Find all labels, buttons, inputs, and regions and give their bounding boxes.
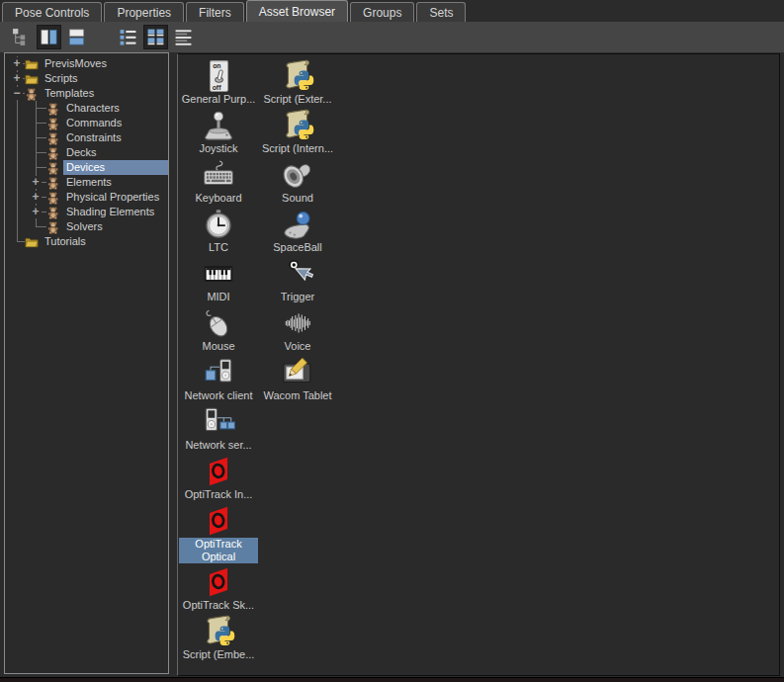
asset-item-wacom-tablet[interactable]: Wacom Tablet: [258, 354, 337, 403]
expander-expand-icon[interactable]: +: [30, 176, 42, 189]
tree-guide-line: [10, 175, 25, 190]
tree-item-scripts[interactable]: +Scripts: [5, 71, 168, 86]
spaceball-icon: [281, 208, 314, 241]
tree-item-decks[interactable]: Decks: [5, 145, 168, 160]
tab-properties[interactable]: Properties: [104, 2, 184, 22]
mouse-icon: [202, 306, 235, 340]
tree-item-prevismoves[interactable]: +PrevisMoves: [5, 56, 168, 71]
asset-item-label: Script (Embe...: [182, 648, 256, 661]
tree-item-label: Solvers: [63, 219, 106, 234]
switch-icon: onoff: [202, 59, 235, 93]
split-vertical-icon: [40, 28, 58, 46]
toolbar-button-split-vertical[interactable]: [37, 25, 61, 49]
tree-panel: +PrevisMoves+Scripts−TemplatesCharacters…: [4, 52, 169, 674]
asset-item-voice[interactable]: Voice: [258, 304, 337, 354]
sound-icon: [281, 158, 314, 192]
asset-item-label: SpaceBall: [272, 241, 323, 254]
tree-connector: [25, 219, 46, 234]
tree-connector: [25, 160, 46, 175]
tree-guide-line: [10, 205, 25, 219]
asset-item-sound[interactable]: Sound: [258, 156, 337, 206]
tree-guide-line: [10, 219, 25, 234]
python-script-icon: [281, 109, 314, 142]
folder-icon: [25, 235, 40, 249]
tree-connector: [25, 130, 46, 145]
toolbar-button-split-horizontal[interactable]: [64, 25, 89, 49]
tab-groups[interactable]: Groups: [350, 2, 414, 22]
panel-splitter[interactable]: [169, 52, 177, 674]
asset-item-joystick[interactable]: Joystick: [179, 107, 258, 156]
template-icon: [46, 191, 61, 205]
asset-item-label: OptiTrack Optical: [179, 538, 258, 563]
svg-text:off: off: [213, 84, 222, 91]
asset-item-keyboard[interactable]: Keyboard: [179, 156, 258, 206]
toolbar-button-large-icons-view[interactable]: [143, 25, 168, 49]
expander-expand-icon[interactable]: +: [30, 206, 42, 218]
tab-asset-browser[interactable]: Asset Browser: [246, 0, 348, 22]
tree-item-shading-elements[interactable]: +Shading Elements: [5, 205, 168, 219]
network-server-icon: [202, 405, 235, 439]
asset-item-ltc[interactable]: LTC: [179, 206, 258, 255]
expander-collapse-icon[interactable]: −: [11, 87, 23, 100]
asset-item-midi[interactable]: MIDI: [179, 255, 258, 304]
asset-item-optitrack-optical[interactable]: OptiTrack Optical: [179, 502, 258, 563]
asset-item-label: Mouse: [201, 340, 235, 353]
tree-item-devices[interactable]: Devices: [5, 160, 168, 175]
toolbar-button-tree-toggle[interactable]: [9, 25, 34, 49]
python-script-icon: [281, 59, 314, 93]
template-icon: [46, 206, 61, 219]
tab-sets[interactable]: Sets: [416, 2, 466, 22]
asset-item-label: Script (Intern...: [261, 142, 334, 155]
trigger-icon: [281, 257, 314, 291]
asset-item-label: Wacom Tablet: [262, 389, 332, 402]
asset-item-label: LTC: [208, 241, 229, 254]
tree-connector: [25, 101, 46, 116]
tab-filters[interactable]: Filters: [186, 2, 244, 22]
template-icon: [46, 161, 61, 175]
expander-expand-icon[interactable]: +: [11, 72, 23, 85]
tree-connector: [25, 145, 46, 160]
asset-item-label: General Purp...: [181, 93, 257, 106]
optitrack-icon: [202, 455, 235, 488]
template-icon: [46, 131, 61, 145]
asset-item-general-purp[interactable]: onoffGeneral Purp...: [179, 57, 258, 107]
tree-item-label: Elements: [63, 175, 115, 190]
toolbar-button-details-view[interactable]: [171, 25, 196, 49]
asset-item-label: Sound: [281, 192, 314, 205]
tree-item-tutorials[interactable]: Tutorials: [5, 234, 168, 249]
tree-item-solvers[interactable]: Solvers: [5, 219, 168, 234]
asset-item-spaceball[interactable]: SpaceBall: [258, 206, 337, 255]
asset-item-trigger[interactable]: Trigger: [258, 255, 337, 304]
expander-expand-icon[interactable]: +: [30, 191, 42, 204]
expander-expand-icon[interactable]: +: [11, 57, 23, 70]
template-icon: [46, 117, 61, 130]
asset-grid: onoffGeneral Purp...JoystickKeyboardLTCM…: [178, 54, 779, 662]
voice-icon: [281, 306, 314, 340]
joystick-icon: [202, 109, 235, 142]
toolbar-button-list-view[interactable]: [116, 25, 140, 49]
asset-item-network-ser[interactable]: Network ser...: [179, 403, 258, 453]
template-icon: [46, 176, 61, 190]
asset-item-optitrack-sk[interactable]: OptiTrack Sk...: [179, 563, 258, 613]
optitrack-icon: [202, 504, 235, 538]
asset-item-optitrack-in[interactable]: OptiTrack In...: [179, 453, 258, 502]
tree-item-constraints[interactable]: Constraints: [5, 130, 168, 145]
optitrack-icon: [202, 565, 235, 599]
tree-item-characters[interactable]: Characters: [5, 101, 168, 116]
tree-connector: [10, 234, 25, 249]
tree-item-elements[interactable]: +Elements: [5, 175, 168, 190]
asset-item-network-client[interactable]: Network client: [179, 354, 258, 403]
tree-item-physical-properties[interactable]: +Physical Properties: [5, 190, 168, 205]
asset-item-script-exter[interactable]: Script (Exter...: [258, 57, 337, 107]
tab-pose-controls[interactable]: Pose Controls: [2, 2, 102, 22]
tree-guide-line: [10, 101, 25, 116]
tree-item-label: Scripts: [42, 71, 81, 86]
tab-bar: Pose Controls Properties Filters Asset B…: [0, 0, 784, 22]
python-script-icon: [202, 615, 235, 648]
tree-item-templates[interactable]: −Templates: [5, 86, 168, 101]
tree-item-commands[interactable]: Commands: [5, 116, 168, 130]
template-icon: [25, 87, 40, 101]
asset-item-script-embe[interactable]: Script (Embe...: [179, 613, 258, 662]
asset-item-mouse[interactable]: Mouse: [179, 304, 258, 354]
asset-item-script-intern[interactable]: Script (Intern...: [258, 107, 337, 156]
